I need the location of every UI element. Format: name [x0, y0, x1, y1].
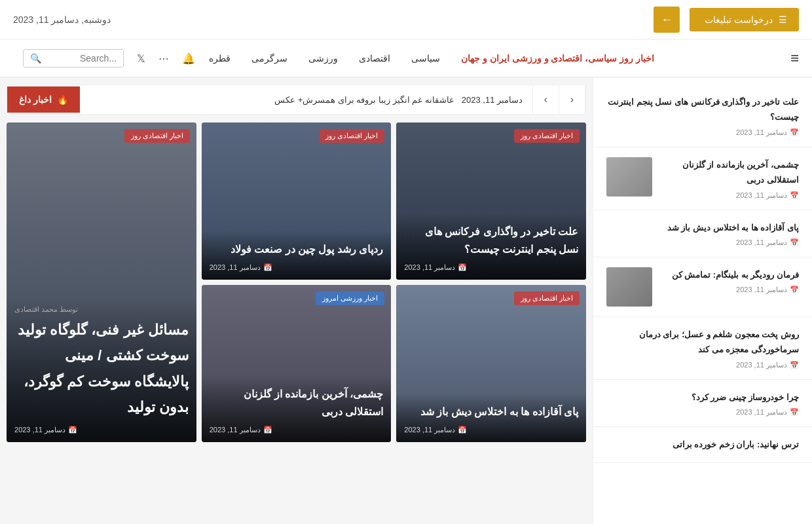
date-display: دوشنبه, دسامبر 11, 2023 — [13, 14, 111, 25]
twitter-icon[interactable]: 𝕏 — [134, 47, 149, 70]
calendar-icon: 📅 — [790, 191, 799, 200]
card-title-1: علت تاخیر در واگذاری فرکانس های نسل پنجم… — [404, 223, 578, 258]
category-tag-5: اخبار ورزشی امروز — [316, 291, 384, 305]
ad-button-icon: ☰ — [779, 14, 787, 25]
list-item[interactable]: چشمی، آخرین بازمانده از گلزنان استقلالی … — [593, 147, 812, 210]
news-card-3-large[interactable]: اخبار اقتصادی روز توسط محمد اقتصادی مسائ… — [7, 122, 196, 442]
breaking-arrow-group: ‹ › — [532, 85, 585, 114]
card-overlay-4: پای آقازاده ها به اختلاس دیش باز شد 📅 دس… — [396, 393, 586, 442]
card-date-3: 📅 دسامبر 11, 2023 — [14, 426, 189, 434]
sidebar-article-title: علت تاخیر در واگذاری فرکانس های نسل پنجم… — [606, 94, 799, 125]
calendar-icon: 📅 — [263, 263, 272, 272]
nav-links: اخبار روز سیاسی، اقتصادی و ورزشی ایران و… — [198, 41, 665, 75]
news-card-1[interactable]: اخبار اقتصادی روز علت تاخیر در واگذاری ف… — [396, 122, 586, 280]
content-area: ‹ › دسامبر 11, 2023 عاشقانه غم انگیز زیب… — [0, 78, 593, 524]
list-item[interactable]: پای آقازاده ها به اختلاس دیش باز شد 📅 دس… — [593, 210, 812, 257]
nav-link-politics[interactable]: سیاسی — [401, 41, 451, 75]
list-item[interactable]: ترس نهانید: باران زخم خورده براتی — [593, 427, 812, 462]
sidebar-article-title: ترس نهانید: باران زخم خورده براتی — [606, 437, 799, 452]
calendar-icon: 📅 — [263, 426, 272, 434]
breaking-next-button[interactable]: › — [532, 85, 559, 114]
breaking-news-bar: ‹ › دسامبر 11, 2023 عاشقانه غم انگیز زیب… — [7, 84, 586, 115]
category-tag-3: اخبار اقتصادی روز — [124, 129, 190, 143]
sidebar-article-content: علت تاخیر در واگذاری فرکانس های نسل پنجم… — [606, 94, 799, 137]
card-title-5: چشمی، آخرین بازمانده از گلزنان استقلالی … — [210, 385, 384, 421]
sidebar-article-content: فرمان رودیگر به بلینگام: تمامش کن 📅 دسام… — [659, 267, 799, 294]
sidebar-article-title: چرا خودروساز چینی ضرر کرد؟ — [606, 390, 799, 405]
nav-link-entertainment[interactable]: سرگرمی — [241, 41, 298, 75]
list-item[interactable]: فرمان رودیگر به بلینگام: تمامش کن 📅 دسام… — [593, 257, 812, 317]
nav-link-sports[interactable]: ورزشی — [298, 41, 348, 75]
calendar-icon: 📅 — [458, 263, 467, 272]
fire-icon: 🔥 — [57, 94, 68, 105]
sidebar-article-date: 📅 دسامبر 11, 2023 — [606, 361, 799, 369]
card-date-4: 📅 دسامبر 11, 2023 — [404, 426, 578, 434]
card-title-4: پای آقازاده ها به اختلاس دیش باز شد — [404, 403, 578, 421]
sidebar-article-content: ترس نهانید: باران زخم خورده براتی — [606, 437, 799, 452]
sidebar-article-content: چرا خودروساز چینی ضرر کرد؟ 📅 دسامبر 11, … — [606, 390, 799, 417]
sidebar-article-content: روش پخت معجون شلغم و عسل؛ برای درمان سرم… — [606, 327, 799, 369]
news-card-4[interactable]: اخبار اقتصادی روز پای آقازاده ها به اختل… — [396, 285, 586, 442]
sidebar-article-title: پای آقازاده ها به اختلاس دیش باز شد — [606, 220, 799, 235]
breaking-prev-button[interactable]: ‹ — [559, 85, 585, 114]
search-box: 🔍 — [23, 49, 124, 67]
card-date-2: 📅 دسامبر 11, 2023 — [210, 263, 384, 272]
top-bar: ☰ درخواست تبلیغات ← دوشنبه, دسامبر 11, 2… — [0, 0, 812, 40]
nav-bar: ≡ اخبار روز سیاسی، اقتصادی و ورزشی ایران… — [0, 40, 812, 78]
news-grid: اخبار اقتصادی روز علت تاخیر در واگذاری ف… — [7, 122, 586, 442]
nav-link-drop[interactable]: قطره — [198, 41, 241, 75]
header-arrow-button[interactable]: ← — [654, 7, 680, 33]
breaking-headline: عاشقانه غم انگیز زیبا بروفه برای همسرش+ … — [274, 95, 454, 105]
ad-button-label: درخواست تبلیغات — [705, 14, 773, 25]
sidebar-article-title: چشمی، آخرین بازمانده از گلزنان استقلالی … — [659, 157, 799, 188]
sidebar-article-title: روش پخت معجون شلغم و عسل؛ برای درمان سرم… — [606, 327, 799, 358]
bell-icon[interactable]: 🔔 — [179, 47, 198, 70]
category-tag-2: اخبار اقتصادی روز — [319, 129, 384, 143]
news-card-5[interactable]: اخبار ورزشی امروز چشمی، آخرین بازمانده ا… — [202, 285, 392, 442]
sidebar-article-date: 📅 دسامبر 11, 2023 — [606, 128, 799, 137]
card-author-3: توسط محمد اقتصادی — [14, 305, 189, 314]
card-overlay-3: توسط محمد اقتصادی مسائل غیر فنی، گلوگاه … — [7, 295, 196, 442]
sidebar-article-content: پای آقازاده ها به اختلاس دیش باز شد 📅 دس… — [606, 220, 799, 247]
breaking-news-text: دسامبر 11, 2023 عاشقانه غم انگیز زیبا بر… — [80, 87, 532, 113]
calendar-icon: 📅 — [790, 238, 799, 247]
card-overlay-2: ردپای رشد پول چین در صنعت فولاد 📅 دسامبر… — [202, 231, 392, 280]
sidebar: علت تاخیر در واگذاری فرکانس های نسل پنجم… — [593, 78, 812, 524]
sidebar-article-date: 📅 دسامبر 11, 2023 — [659, 191, 799, 200]
sidebar-article-content: چشمی، آخرین بازمانده از گلزنان استقلالی … — [659, 157, 799, 200]
share-icon[interactable]: ⋯ — [155, 47, 172, 70]
category-tag-4: اخبار اقتصادی روز — [514, 291, 580, 305]
breaking-date: دسامبر 11, 2023 — [462, 95, 523, 105]
article-thumbnail — [606, 157, 652, 196]
news-card-2[interactable]: اخبار اقتصادی روز ردپای رشد پول چین در ص… — [202, 122, 392, 280]
card-title-2: ردپای رشد پول چین در صنعت فولاد — [210, 240, 384, 258]
calendar-icon: 📅 — [68, 426, 77, 434]
card-overlay-5: چشمی، آخرین بازمانده از گلزنان استقلالی … — [202, 375, 392, 442]
nav-link-economic[interactable]: اقتصادی — [348, 41, 401, 75]
main-layout: علت تاخیر در واگذاری فرکانس های نسل پنجم… — [0, 78, 812, 524]
breaking-label-text: اخبار داغ — [19, 94, 52, 105]
search-input[interactable] — [45, 53, 117, 64]
list-item[interactable]: روش پخت معجون شلغم و عسل؛ برای درمان سرم… — [593, 317, 812, 380]
sidebar-article-title: فرمان رودیگر به بلینگام: تمامش کن — [659, 267, 799, 282]
sidebar-article-date: 📅 دسامبر 11, 2023 — [659, 286, 799, 294]
brand-link[interactable]: اخبار روز سیاسی، اقتصادی و ورزشی ایران و… — [451, 41, 665, 75]
ad-request-button[interactable]: ☰ درخواست تبلیغات — [690, 8, 799, 31]
card-title-3: مسائل غیر فنی، گلوگاه تولید سوخت کشتی / … — [14, 317, 189, 421]
calendar-icon: 📅 — [790, 128, 799, 137]
calendar-icon: 📅 — [458, 426, 467, 434]
breaking-news-label: 🔥 اخبار داغ — [7, 86, 80, 113]
card-date-5: 📅 دسامبر 11, 2023 — [210, 426, 384, 434]
sidebar-article-date: 📅 دسامبر 11, 2023 — [606, 408, 799, 417]
category-tag-1: اخبار اقتصادی روز — [514, 129, 580, 143]
arrow-icon: ← — [661, 13, 673, 27]
article-thumbnail — [606, 267, 652, 307]
hamburger-menu-icon[interactable]: ≡ — [784, 40, 799, 77]
search-button[interactable]: 🔍 — [30, 53, 41, 64]
nav-icon-group: 🔔 ⋯ 𝕏 — [134, 47, 198, 70]
sidebar-article-date: 📅 دسامبر 11, 2023 — [606, 238, 799, 247]
calendar-icon: 📅 — [790, 408, 799, 417]
list-item[interactable]: علت تاخیر در واگذاری فرکانس های نسل پنجم… — [593, 84, 812, 147]
list-item[interactable]: چرا خودروساز چینی ضرر کرد؟ 📅 دسامبر 11, … — [593, 380, 812, 427]
card-date-1: 📅 دسامبر 11, 2023 — [404, 263, 578, 272]
